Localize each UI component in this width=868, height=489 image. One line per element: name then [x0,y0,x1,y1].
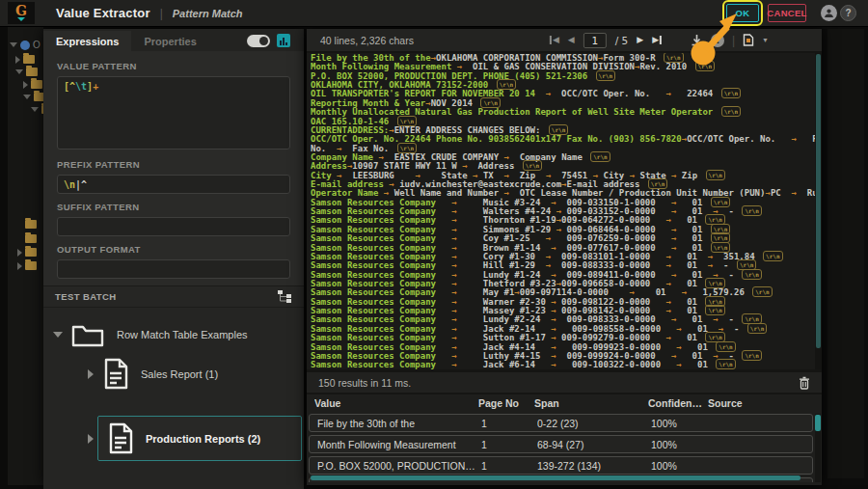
table-scrollbar-thumb[interactable] [815,415,821,431]
crlf-marker: \r\n [597,71,614,80]
logo-chevron-icon [17,17,25,21]
background-tree-item [23,80,42,89]
test-batch-section: TEST BATCH Row Match Table Examples [43,285,304,485]
last-page-icon[interactable]: ▶ [652,36,662,44]
user-avatar-icon[interactable] [821,5,837,21]
folder-icon [31,80,42,89]
column-header-value[interactable]: Value [314,397,478,409]
expand-caret-icon[interactable] [88,369,94,379]
new-document-icon[interactable] [743,34,754,46]
result-cell: 100% [651,481,711,483]
result-row[interactable]: Month Following Measurement168-94 (27)10… [309,435,813,453]
document-icon [108,422,134,454]
info-icon[interactable]: i [711,34,724,47]
result-cell: 100% [651,460,711,472]
viewer-scrollbar[interactable] [815,53,822,369]
crlf-marker: \r\n [722,89,740,97]
text-segment: Rev. 2010 [639,62,692,71]
table-vertical-scrollbar[interactable] [815,414,821,482]
result-row[interactable]: P.O. BOX 52000, PRODUCTION DEPT. PHO...1… [309,456,813,475]
tree-node-label: Production Reports (2) [146,433,260,445]
result-cell: 1 [481,439,537,450]
column-header-source[interactable]: Source [708,397,822,409]
background-tree-item: O [10,40,41,50]
crlf-marker: \r\n [398,117,416,125]
suffix-pattern-input[interactable] [57,217,290,236]
background-right-band [827,29,864,478]
expand-caret-icon[interactable] [88,434,94,444]
page-number-input[interactable]: 1 [583,33,607,48]
document-icon [103,358,129,390]
cancel-button[interactable]: CANCEL [768,4,806,22]
text-segment: Jack #6-14 [473,360,535,369]
crlf-marker: \r\n [743,351,760,360]
column-header-confidence[interactable]: Confidence [648,397,708,409]
expand-caret-icon[interactable] [53,332,63,338]
batch-hierarchy-icon[interactable] [278,290,292,303]
prev-page-icon[interactable]: ◀ [568,36,575,44]
tree-node-sales-report[interactable]: Sales Report (1) [88,358,218,390]
background-tree-item [17,248,37,257]
results-table-header: Value Page No Span Confidence Source [307,394,822,412]
value-pattern-input[interactable]: [^\t]+ [57,76,290,149]
tree-node-production-reports[interactable]: Production Reports (2) [88,416,302,461]
results-summary-bar: 150 results in 11 ms. [307,369,822,393]
crlf-marker: \r\n [712,225,729,233]
titlebar: G Value Extractor | Pattern Match OK CAN… [0,0,868,26]
app-logo: G [8,2,35,24]
document-viewer-panel: 40 lines, 2,326 chars ◀ ◀ 1 / 5 ▶ ▶ i | [307,29,822,485]
caret-icon [17,262,22,270]
crlf-marker: \r\n [712,233,729,242]
suffix-pattern-label: SUFFIX PATTERN [57,202,290,212]
help-icon[interactable]: ? [840,5,856,21]
tab-properties[interactable]: Properties [131,31,208,51]
crlf-marker: \r\n [481,98,499,107]
download-icon[interactable] [691,34,703,46]
text-segment: OCC/OTC Oper. No. [687,134,775,144]
batch-tree: Row Match Table Examples Sales Report (1… [43,308,304,489]
crlf-marker: \r\n [498,80,515,89]
crlf-marker: \r\n [398,144,416,152]
selected-node-box[interactable]: Production Reports (2) [97,416,302,461]
crlf-marker: \r\n [712,198,729,206]
clear-results-trash-icon[interactable] [799,376,810,390]
crlf-marker: \r\n [717,342,734,351]
prefix-pattern-input[interactable]: \n|^ [57,175,290,194]
output-format-input[interactable] [57,259,290,279]
first-page-icon[interactable]: ◀ [550,36,559,44]
caret-icon [17,249,22,257]
column-header-span[interactable]: Span [534,397,648,409]
test-batch-label: TEST BATCH [55,291,116,302]
crlf-marker: \r\n [748,324,766,333]
next-page-icon[interactable]: ▶ [637,36,643,44]
document-menu-caret-icon[interactable]: ▼ [762,37,769,43]
folder-icon [25,234,37,243]
tree-node-root[interactable]: Row Match Table Examples [53,321,248,348]
database-icon [20,41,30,50]
viewer-scrollbar-thumb[interactable] [816,54,821,348]
crlf-marker: \r\n [706,297,723,306]
caret-icon [23,81,28,89]
highlight-toggle[interactable] [247,35,270,47]
crlf-marker: \r\n [753,287,771,296]
text-segment: - [729,270,740,280]
column-header-page-no[interactable]: Page No [478,397,534,409]
tab-expressions[interactable]: Expressions [43,31,131,51]
statistics-icon[interactable] [277,34,290,47]
background-tree-item [15,68,38,76]
folder-icon [34,93,43,101]
crlf-marker: \r\n [712,243,729,252]
crlf-marker: \r\n [591,152,609,161]
result-row[interactable]: File by the 30th of the10-22 (23)100% [309,414,813,432]
document-text-view[interactable]: File by the 30th of the→OKLAHOMA CORPORA… [307,53,822,369]
prefix-pattern-label: PREFIX PATTERN [57,159,290,170]
logo-letter: G [15,5,27,16]
tab-arrow: → [775,134,812,144]
table-horizontal-scrollbar[interactable] [311,475,800,480]
result-cell: 139-272 (134) [537,460,651,472]
tab-arrow: → [666,171,682,180]
text-line[interactable]: Samson Resources Company → Jack #6-14 → … [311,361,812,369]
tab-arrow: → [535,89,561,98]
ok-button[interactable]: OK [726,4,759,22]
document-stats: 40 lines, 2,326 chars [320,35,414,46]
